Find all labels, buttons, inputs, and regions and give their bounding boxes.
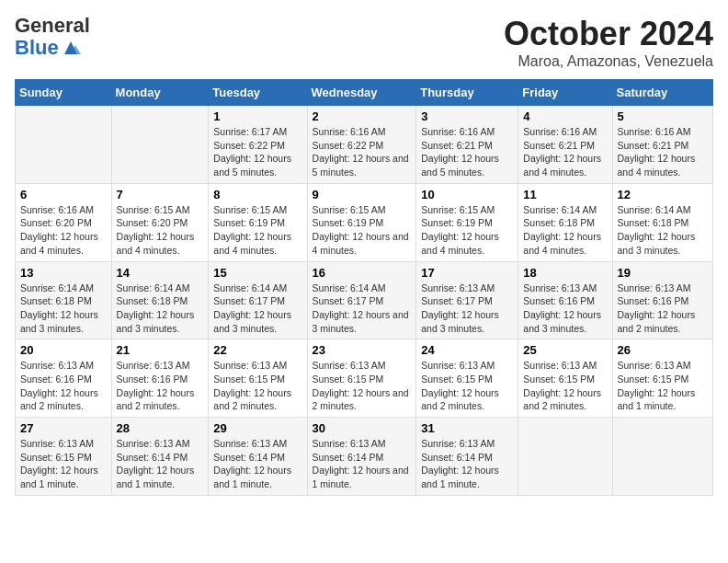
day-number: 25 xyxy=(523,343,607,357)
day-number: 1 xyxy=(213,109,301,123)
calendar-cell: 15Sunrise: 6:14 AM Sunset: 6:17 PM Dayli… xyxy=(209,261,307,339)
day-number: 26 xyxy=(618,343,708,357)
calendar-cell: 14Sunrise: 6:14 AM Sunset: 6:18 PM Dayli… xyxy=(111,261,209,339)
calendar-cell: 28Sunrise: 6:13 AM Sunset: 6:14 PM Dayli… xyxy=(111,418,209,496)
day-number: 18 xyxy=(523,266,607,280)
day-number: 16 xyxy=(313,266,412,280)
day-detail: Sunrise: 6:16 AM Sunset: 6:21 PM Dayligh… xyxy=(421,125,513,179)
day-detail: Sunrise: 6:15 AM Sunset: 6:19 PM Dayligh… xyxy=(421,203,513,258)
day-header-tuesday: Tuesday xyxy=(209,80,307,106)
day-number: 4 xyxy=(523,109,607,123)
day-header-sunday: Sunday xyxy=(16,80,112,106)
calendar-cell: 17Sunrise: 6:13 AM Sunset: 6:17 PM Dayli… xyxy=(416,261,518,339)
day-detail: Sunrise: 6:14 AM Sunset: 6:18 PM Dayligh… xyxy=(618,203,708,258)
day-number: 28 xyxy=(117,421,204,435)
calendar-cell: 20Sunrise: 6:13 AM Sunset: 6:16 PM Dayli… xyxy=(16,339,112,418)
day-number: 6 xyxy=(20,188,107,201)
day-detail: Sunrise: 6:13 AM Sunset: 6:16 PM Dayligh… xyxy=(618,282,708,336)
day-number: 17 xyxy=(421,266,513,280)
day-header-saturday: Saturday xyxy=(612,80,712,106)
day-number: 29 xyxy=(213,421,301,435)
day-detail: Sunrise: 6:13 AM Sunset: 6:17 PM Dayligh… xyxy=(421,282,513,336)
day-number: 27 xyxy=(20,421,107,435)
day-detail: Sunrise: 6:14 AM Sunset: 6:18 PM Dayligh… xyxy=(117,282,204,336)
calendar-table: SundayMondayTuesdayWednesdayThursdayFrid… xyxy=(15,79,713,496)
day-detail: Sunrise: 6:13 AM Sunset: 6:14 PM Dayligh… xyxy=(213,437,301,491)
day-detail: Sunrise: 6:13 AM Sunset: 6:15 PM Dayligh… xyxy=(313,359,412,413)
day-detail: Sunrise: 6:13 AM Sunset: 6:16 PM Dayligh… xyxy=(20,359,107,413)
day-detail: Sunrise: 6:13 AM Sunset: 6:14 PM Dayligh… xyxy=(117,437,204,491)
day-detail: Sunrise: 6:13 AM Sunset: 6:15 PM Dayligh… xyxy=(523,359,607,413)
calendar-cell: 29Sunrise: 6:13 AM Sunset: 6:14 PM Dayli… xyxy=(209,418,307,496)
day-detail: Sunrise: 6:13 AM Sunset: 6:16 PM Dayligh… xyxy=(523,282,607,336)
day-header-wednesday: Wednesday xyxy=(307,80,416,106)
month-title: October 2024 xyxy=(504,15,713,53)
day-number: 19 xyxy=(618,266,708,280)
calendar-week-row: 6Sunrise: 6:16 AM Sunset: 6:20 PM Daylig… xyxy=(16,183,713,261)
logo: General Blue xyxy=(15,15,90,59)
day-number: 14 xyxy=(117,266,204,280)
day-detail: Sunrise: 6:13 AM Sunset: 6:15 PM Dayligh… xyxy=(421,359,513,413)
calendar-cell: 30Sunrise: 6:13 AM Sunset: 6:14 PM Dayli… xyxy=(307,418,416,496)
day-detail: Sunrise: 6:14 AM Sunset: 6:17 PM Dayligh… xyxy=(213,282,301,336)
calendar-cell: 11Sunrise: 6:14 AM Sunset: 6:18 PM Dayli… xyxy=(518,183,612,261)
calendar-cell: 31Sunrise: 6:13 AM Sunset: 6:14 PM Dayli… xyxy=(416,418,518,496)
calendar-cell: 27Sunrise: 6:13 AM Sunset: 6:15 PM Dayli… xyxy=(16,418,112,496)
day-number: 24 xyxy=(421,343,513,357)
logo-icon xyxy=(61,40,81,56)
calendar-cell: 21Sunrise: 6:13 AM Sunset: 6:16 PM Dayli… xyxy=(111,339,209,418)
calendar-cell: 25Sunrise: 6:13 AM Sunset: 6:15 PM Dayli… xyxy=(518,339,612,418)
day-detail: Sunrise: 6:16 AM Sunset: 6:21 PM Dayligh… xyxy=(618,125,708,179)
calendar-cell: 2Sunrise: 6:16 AM Sunset: 6:22 PM Daylig… xyxy=(307,106,416,184)
day-detail: Sunrise: 6:14 AM Sunset: 6:18 PM Dayligh… xyxy=(20,282,107,336)
day-number: 13 xyxy=(20,266,107,280)
day-detail: Sunrise: 6:13 AM Sunset: 6:15 PM Dayligh… xyxy=(213,359,301,413)
day-number: 15 xyxy=(213,266,301,280)
day-header-monday: Monday xyxy=(111,80,209,106)
calendar-cell xyxy=(16,106,112,184)
calendar-cell: 18Sunrise: 6:13 AM Sunset: 6:16 PM Dayli… xyxy=(518,261,612,339)
day-detail: Sunrise: 6:13 AM Sunset: 6:14 PM Dayligh… xyxy=(313,437,412,491)
day-number: 21 xyxy=(117,343,204,357)
calendar-cell: 13Sunrise: 6:14 AM Sunset: 6:18 PM Dayli… xyxy=(16,261,112,339)
day-number: 2 xyxy=(313,109,412,123)
logo-general: General xyxy=(15,15,90,37)
calendar-cell: 7Sunrise: 6:15 AM Sunset: 6:20 PM Daylig… xyxy=(111,183,209,261)
day-number: 12 xyxy=(618,188,708,201)
day-number: 31 xyxy=(421,421,513,435)
day-number: 23 xyxy=(313,343,412,357)
day-number: 3 xyxy=(421,109,513,123)
day-detail: Sunrise: 6:15 AM Sunset: 6:19 PM Dayligh… xyxy=(213,203,301,258)
day-number: 8 xyxy=(213,188,301,201)
logo-blue: Blue xyxy=(15,37,90,59)
day-detail: Sunrise: 6:15 AM Sunset: 6:19 PM Dayligh… xyxy=(313,203,412,258)
calendar-cell: 24Sunrise: 6:13 AM Sunset: 6:15 PM Dayli… xyxy=(416,339,518,418)
calendar-cell: 4Sunrise: 6:16 AM Sunset: 6:21 PM Daylig… xyxy=(518,106,612,184)
calendar-cell: 6Sunrise: 6:16 AM Sunset: 6:20 PM Daylig… xyxy=(16,183,112,261)
day-detail: Sunrise: 6:14 AM Sunset: 6:17 PM Dayligh… xyxy=(313,282,412,336)
day-detail: Sunrise: 6:13 AM Sunset: 6:15 PM Dayligh… xyxy=(618,359,708,413)
day-detail: Sunrise: 6:15 AM Sunset: 6:20 PM Dayligh… xyxy=(117,203,204,258)
day-number: 20 xyxy=(20,343,107,357)
calendar-week-row: 20Sunrise: 6:13 AM Sunset: 6:16 PM Dayli… xyxy=(16,339,713,418)
day-detail: Sunrise: 6:16 AM Sunset: 6:20 PM Dayligh… xyxy=(20,203,107,258)
calendar-cell: 12Sunrise: 6:14 AM Sunset: 6:18 PM Dayli… xyxy=(612,183,712,261)
day-detail: Sunrise: 6:13 AM Sunset: 6:14 PM Dayligh… xyxy=(421,437,513,491)
calendar-cell: 10Sunrise: 6:15 AM Sunset: 6:19 PM Dayli… xyxy=(416,183,518,261)
calendar-week-row: 1Sunrise: 6:17 AM Sunset: 6:22 PM Daylig… xyxy=(16,106,713,184)
day-number: 5 xyxy=(618,109,708,123)
day-header-friday: Friday xyxy=(518,80,612,106)
calendar-header-row: SundayMondayTuesdayWednesdayThursdayFrid… xyxy=(16,80,713,106)
calendar-cell: 3Sunrise: 6:16 AM Sunset: 6:21 PM Daylig… xyxy=(416,106,518,184)
calendar-cell: 1Sunrise: 6:17 AM Sunset: 6:22 PM Daylig… xyxy=(209,106,307,184)
day-number: 9 xyxy=(313,188,412,201)
calendar-cell: 19Sunrise: 6:13 AM Sunset: 6:16 PM Dayli… xyxy=(612,261,712,339)
day-number: 7 xyxy=(117,188,204,201)
day-detail: Sunrise: 6:16 AM Sunset: 6:21 PM Dayligh… xyxy=(523,125,607,179)
calendar-cell: 8Sunrise: 6:15 AM Sunset: 6:19 PM Daylig… xyxy=(209,183,307,261)
calendar-cell: 26Sunrise: 6:13 AM Sunset: 6:15 PM Dayli… xyxy=(612,339,712,418)
calendar-cell xyxy=(111,106,209,184)
day-number: 22 xyxy=(213,343,301,357)
calendar-cell: 23Sunrise: 6:13 AM Sunset: 6:15 PM Dayli… xyxy=(307,339,416,418)
day-detail: Sunrise: 6:13 AM Sunset: 6:15 PM Dayligh… xyxy=(20,437,107,491)
